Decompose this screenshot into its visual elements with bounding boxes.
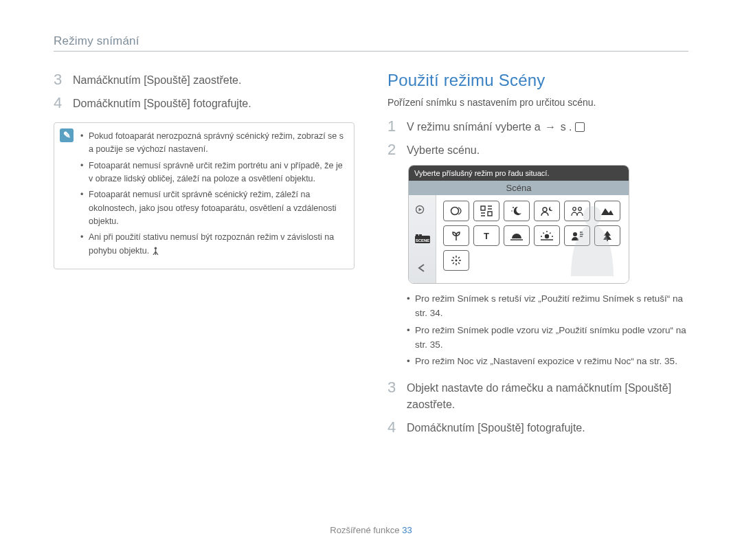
step-number: 1 [387, 117, 400, 135]
footer-page-number: 33 [402, 525, 412, 535]
svg-point-7 [513, 207, 514, 208]
note-box: ✎ Pokud fotoaparát nerozpozná správný sc… [54, 122, 355, 269]
scene-night-portrait-icon[interactable] [534, 201, 560, 221]
svg-text:SCENE: SCENE [415, 238, 429, 243]
tip-item: Pro režim Noc viz „Nastavení expozice v … [408, 355, 688, 369]
camera-back-icon[interactable] [414, 260, 431, 276]
note-item: Ani při použití stativu nemusí být rozpo… [82, 231, 346, 259]
camera-scene-label: Scéna [409, 181, 629, 195]
svg-point-14 [545, 234, 549, 238]
camera-tip-bar: Vyberte příslušný režim pro řadu situací… [409, 166, 629, 181]
arrow-right-icon: → [543, 119, 557, 135]
scene-dawn-icon[interactable] [534, 225, 560, 246]
step-text: Objekt nastavte do rámečku a namáčknutím… [407, 379, 688, 413]
note-item: Fotoaparát nemusí správně určit režim po… [82, 159, 346, 186]
step-text: Vyberte scénu. [407, 141, 688, 159]
svg-point-16 [573, 232, 577, 236]
step-text: V režimu snímání vyberte a → s . [407, 117, 688, 135]
step-text: Namáčknutím [Spouště] zaostřete. [73, 71, 355, 89]
tip-item: Pro režim Snímek s retuší viz „Použití r… [408, 292, 688, 321]
step-3-right: 3 Objekt nastavte do rámečku a namáčknut… [387, 379, 688, 413]
scene-night-icon[interactable] [504, 201, 530, 221]
step-number: 3 [54, 71, 66, 89]
svg-point-6 [451, 207, 459, 214]
section-subtitle: Pořízení snímku s nastavením pro určitou… [387, 97, 688, 108]
camera-scene-mode-icon[interactable]: SCENE [414, 232, 431, 247]
camera-scene-panel: Vyberte příslušný režim pro řadu situací… [408, 165, 629, 284]
scene-children-icon[interactable] [564, 201, 590, 221]
page-footer: Rozšířené funkce 33 [0, 525, 742, 535]
left-column: 3 Namáčknutím [Spouště] zaostřete. 4 Dom… [54, 71, 355, 443]
scene-sunset-icon[interactable] [504, 225, 530, 246]
svg-rect-17 [607, 240, 608, 241]
step-number: 4 [54, 94, 66, 112]
svg-point-18 [456, 259, 458, 261]
scene-landscape-icon[interactable] [594, 201, 620, 221]
tripod-icon [152, 246, 159, 259]
svg-rect-5 [419, 234, 422, 236]
tip-list: Pro režim Snímek s retuší viz „Použití r… [408, 292, 688, 370]
step-number: 2 [387, 141, 400, 159]
step-number: 3 [387, 379, 400, 396]
camera-icon-grid: T [436, 195, 629, 283]
svg-text:T: T [484, 231, 489, 241]
scene-guide-icon[interactable] [473, 201, 499, 221]
scene-fireworks-icon[interactable] [443, 250, 469, 271]
step-text: Domáčknutím [Spouště] fotografujte. [73, 94, 355, 112]
section-title: Použití režimu Scény [387, 71, 688, 90]
svg-point-8 [511, 210, 513, 212]
svg-rect-4 [416, 234, 418, 236]
scene-backlight-icon[interactable] [564, 225, 590, 246]
step-3-left: 3 Namáčknutím [Spouště] zaostřete. [54, 71, 355, 89]
camera-play-icon[interactable] [414, 202, 431, 217]
svg-point-10 [573, 207, 576, 210]
scene-text-icon[interactable]: T [473, 225, 499, 246]
step-2-right: 2 Vyberte scénu. [387, 141, 688, 159]
svg-point-9 [543, 208, 547, 212]
right-column: Použití režimu Scény Pořízení snímku s n… [387, 71, 688, 443]
step-number: 4 [387, 418, 400, 436]
step-1-right: 1 V režimu snímání vyberte a → s . [387, 117, 688, 135]
camera-sidebar: SCENE [409, 195, 436, 283]
svg-point-11 [578, 207, 582, 210]
svg-point-0 [155, 247, 157, 249]
header-rule [54, 51, 688, 52]
breadcrumb: Režimy snímání [54, 34, 688, 48]
footer-label: Rozšířené funkce [330, 525, 399, 535]
tip-item: Pro režim Snímek podle vzoru viz „Použit… [408, 324, 688, 352]
scene-beauty-icon[interactable] [443, 201, 469, 221]
step-4-right: 4 Domáčknutím [Spouště] fotografujte. [387, 418, 688, 436]
scene-macro-icon[interactable] [443, 225, 469, 246]
scene-tree-icon[interactable] [594, 225, 620, 246]
note-item: Fotoaparát nemusí určit správně scénický… [82, 188, 346, 228]
mode-square-icon [575, 122, 585, 132]
step-4-left: 4 Domáčknutím [Spouště] fotografujte. [54, 94, 355, 112]
note-item: Pokud fotoaparát nerozpozná správný scén… [82, 130, 346, 157]
note-icon: ✎ [60, 128, 74, 142]
step-text: Domáčknutím [Spouště] fotografujte. [407, 418, 688, 436]
